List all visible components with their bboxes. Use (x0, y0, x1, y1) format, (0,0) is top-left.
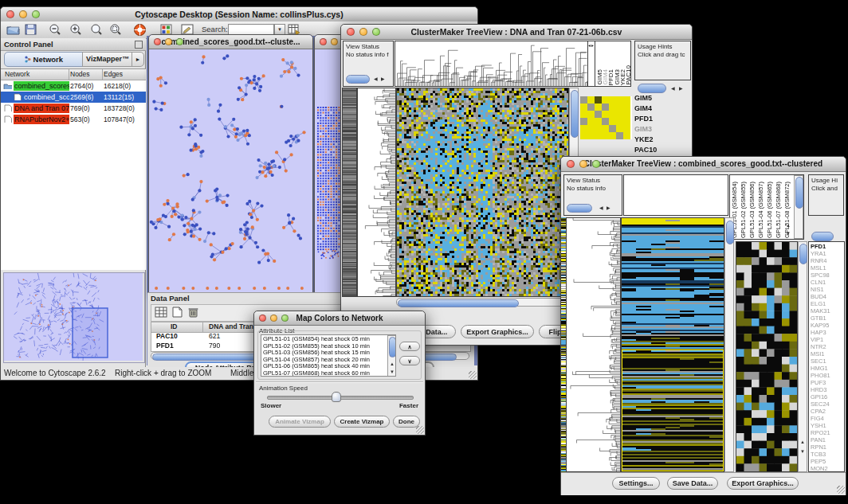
treeview2-title-bar[interactable]: ClusterMaker TreeView : combined_scores_… (561, 157, 846, 172)
gene-label[interactable]: BUD4 (811, 294, 826, 300)
gene-label[interactable]: PAN1 (811, 437, 826, 443)
gene-label[interactable]: YSH1 (811, 423, 826, 429)
save-icon[interactable] (25, 24, 37, 38)
minimize-icon[interactable] (579, 160, 587, 168)
resize-grip[interactable] (837, 486, 845, 494)
zoom-out-icon[interactable] (49, 23, 61, 39)
zoom-window-icon[interactable] (592, 160, 600, 168)
gene-label[interactable]: GIM5 (634, 95, 652, 102)
resize-grip[interactable] (469, 371, 477, 379)
gene-label[interactable]: PFD1 (634, 115, 653, 123)
move-up-button[interactable]: ∧ (399, 342, 420, 351)
tv2-row-dendrogram-canvas[interactable] (567, 218, 620, 471)
tv1-row-dendrogram-canvas[interactable] (358, 88, 395, 296)
gene-label[interactable]: YKE2 (634, 136, 654, 143)
gene-label[interactable]: RPN1 (811, 444, 826, 451)
table-row[interactable]: RNAPuberNov2+563(0)107847(0) (1, 114, 146, 125)
col-header-id[interactable]: ID (171, 322, 178, 330)
speed-slider-thumb[interactable] (332, 392, 341, 402)
scroll-right-icon[interactable]: ▶ (679, 86, 683, 91)
zoom-window-icon[interactable] (32, 10, 40, 18)
tv1-heatmap-canvas[interactable] (397, 88, 568, 296)
minimize-icon[interactable] (331, 38, 338, 45)
gene-label[interactable]: KAP95 (811, 322, 829, 329)
tv1-usage-scrollbar[interactable] (638, 84, 666, 93)
gene-label[interactable]: PFD1 (811, 244, 826, 250)
treeview1-title-bar[interactable]: ClusterMaker TreeView : DNA and Tran 07-… (341, 25, 692, 40)
close-icon[interactable] (320, 38, 327, 45)
gene-label[interactable]: HRD3 (811, 387, 826, 393)
tv2-heatmap[interactable] (621, 217, 724, 472)
gene-label[interactable]: ELG1 (811, 301, 826, 307)
gene-label[interactable]: MAK31 (811, 308, 830, 315)
gene-label[interactable]: HMG1 (811, 365, 828, 372)
tv1-global-strip[interactable] (342, 88, 357, 297)
map-dialog-title-bar[interactable]: Map Colors to Network (254, 311, 425, 326)
tab-vizmapper[interactable]: VizMapper™ (82, 52, 133, 67)
gene-label[interactable]: PUF3 (811, 380, 826, 386)
tv2-column-dendrogram[interactable] (623, 174, 728, 216)
move-down-button[interactable]: ∨ (399, 356, 420, 365)
gene-label[interactable]: PHO81 (811, 373, 830, 379)
tv2-sub-heatmap[interactable] (736, 241, 798, 472)
gene-label[interactable]: CPA2 (811, 408, 826, 415)
scroll-up-icon[interactable]: ▲ (390, 361, 395, 366)
zoom-in-icon[interactable] (69, 23, 82, 39)
resize-grip[interactable] (416, 426, 424, 434)
tab-network[interactable]: Network (4, 52, 84, 67)
gene-label[interactable]: GTB1 (811, 315, 826, 322)
scroll-down-icon[interactable]: ▼ (390, 369, 395, 374)
tv2-sub-vscrollbar[interactable]: ▲ ▼ (798, 241, 807, 472)
scroll-up-icon[interactable]: ▲ (786, 223, 791, 228)
table-row[interactable]: combined_scores_2764(0)16218(0) (1, 80, 146, 92)
zoom-window-icon[interactable] (176, 38, 183, 45)
col-header-network[interactable]: Network (5, 70, 29, 78)
gene-label[interactable]: MON2 (811, 466, 828, 472)
col-header-edges[interactable]: Edges (104, 70, 123, 78)
gene-label[interactable]: HAP3 (811, 330, 826, 336)
attribute-list-scrollbar[interactable]: ▲ ▼ (387, 335, 396, 377)
settings-button[interactable]: Settings... (612, 477, 660, 490)
birdseye-view[interactable] (3, 272, 145, 363)
attribute-list-item[interactable]: GPL51-07 (GSM868) heat shock 60 min (263, 370, 386, 377)
gene-label[interactable]: NIS1 (811, 287, 824, 293)
zoom-window-icon[interactable] (281, 315, 289, 322)
tv1-column-dendrogram-canvas[interactable] (395, 41, 587, 86)
attribute-select-icon[interactable] (155, 307, 167, 321)
export-graphics-button[interactable]: Export Graphics... (727, 477, 799, 490)
delete-attribute-icon[interactable] (188, 307, 198, 321)
attribute-listbox[interactable]: GPL51-01 (GSM854) heat shock 05 minGPL51… (261, 334, 396, 377)
help-lifering-icon[interactable] (133, 23, 147, 40)
gene-label[interactable]: VIP1 (811, 337, 823, 343)
gene-label[interactable]: RNR4 (811, 258, 826, 264)
export-graphics-button[interactable]: Export Graphics... (461, 325, 534, 338)
gene-label[interactable]: GPI16 (811, 394, 827, 400)
scroll-up-icon[interactable]: ▲ (800, 440, 805, 444)
gene-label[interactable]: SPC98 (811, 272, 830, 279)
col-header-nodes[interactable]: Nodes (70, 70, 90, 78)
tv2-labels-vscrollbar[interactable] (794, 175, 803, 239)
zoom-window-icon[interactable] (372, 28, 380, 36)
save-data-button[interactable]: Save Data... (667, 477, 718, 490)
birdseye-canvas[interactable] (4, 273, 143, 361)
gene-label[interactable]: SEC1 (811, 358, 826, 365)
tv1-row-dendrogram[interactable] (357, 88, 396, 297)
tv2-vscrollbar[interactable] (724, 217, 734, 472)
scroll-left-icon[interactable]: ◀ (599, 205, 603, 210)
gene-label[interactable]: CLN1 (811, 279, 826, 286)
gene-label[interactable]: GIM4 (634, 105, 652, 112)
tv1-global-strip-canvas[interactable] (343, 88, 356, 296)
tv2-sub-heatmap-canvas[interactable] (736, 242, 797, 471)
tv1-heatmap[interactable] (396, 88, 569, 297)
gene-label[interactable]: YRA1 (811, 251, 826, 257)
table-row[interactable]: combined_sco2569(6)13112(15) (1, 92, 146, 103)
gene-label[interactable]: NTR2 (811, 344, 826, 350)
scroll-right-icon[interactable]: ▶ (381, 76, 385, 81)
tv1-mini-heatmap[interactable] (580, 96, 632, 139)
network-view-title-bar[interactable]: combined_scores_good.txt--cluste... (149, 35, 312, 49)
gene-label[interactable]: MSL1 (811, 265, 826, 272)
tv1-status-scrollbar[interactable] (346, 75, 370, 84)
tab-overflow-arrow[interactable]: ► (132, 52, 144, 67)
tv2-usage-scrollbar[interactable] (811, 232, 834, 241)
scroll-down-icon[interactable]: ▼ (786, 231, 791, 236)
